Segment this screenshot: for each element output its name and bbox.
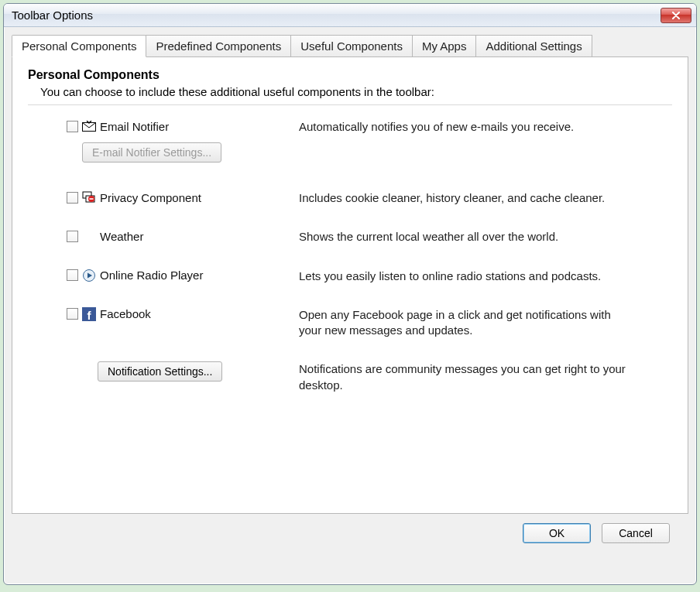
tab-useful-components[interactable]: Useful Components bbox=[290, 35, 413, 56]
panel-title: Personal Components bbox=[28, 68, 672, 82]
row-weather: Weather Shows the current local weather … bbox=[67, 229, 664, 245]
label-email-notifier: Email Notifier bbox=[100, 120, 169, 133]
checkbox-online-radio[interactable] bbox=[67, 269, 78, 281]
tab-personal-components[interactable]: Personal Components bbox=[12, 35, 146, 57]
window-title: Toolbar Options bbox=[12, 9, 93, 22]
envelope-icon bbox=[81, 119, 97, 133]
checkbox-email-notifier[interactable] bbox=[67, 121, 78, 132]
ok-button[interactable]: OK bbox=[523, 523, 591, 543]
row-notification-settings: Notification Settings... Notifications a… bbox=[67, 361, 664, 393]
tab-predefined-components[interactable]: Predefined Components bbox=[146, 35, 291, 56]
row-privacy-component: Privacy Component Includes cookie cleane… bbox=[67, 190, 664, 206]
desc-notifications: Notifications are community messages you… bbox=[299, 361, 632, 393]
tab-my-apps[interactable]: My Apps bbox=[412, 35, 477, 56]
tab-panel-personal: Personal Components You can choose to in… bbox=[12, 57, 688, 514]
checkbox-weather[interactable] bbox=[67, 231, 78, 242]
tab-strip: Personal Components Predefined Component… bbox=[12, 35, 688, 57]
separator bbox=[28, 104, 672, 105]
label-privacy-component: Privacy Component bbox=[100, 191, 201, 204]
close-button[interactable] bbox=[661, 8, 691, 23]
client-area: Personal Components Predefined Component… bbox=[4, 27, 696, 551]
row-email-notifier: Email Notifier E-mail Notifier Settings.… bbox=[67, 119, 664, 163]
email-notifier-settings-button[interactable]: E-mail Notifier Settings... bbox=[82, 142, 221, 163]
row-online-radio: Online Radio Player Lets you easily list… bbox=[67, 269, 664, 284]
cancel-button[interactable]: Cancel bbox=[602, 523, 670, 543]
desc-weather: Shows the current local weather all over… bbox=[299, 229, 632, 245]
dialog-window: Toolbar Options Personal Components Pred… bbox=[3, 3, 697, 585]
label-weather: Weather bbox=[100, 230, 143, 243]
privacy-icon bbox=[81, 190, 97, 204]
desc-online-radio: Lets you easily listen to online radio s… bbox=[299, 269, 632, 284]
desc-privacy-component: Includes cookie cleaner, history cleaner… bbox=[299, 190, 632, 206]
desc-facebook: Open any Facebook page in a click and ge… bbox=[299, 307, 632, 339]
play-circle-icon bbox=[81, 269, 97, 282]
desc-email-notifier: Automatically notifies you of new e-mail… bbox=[299, 119, 632, 135]
notification-settings-button[interactable]: Notification Settings... bbox=[98, 361, 222, 382]
row-facebook: f Facebook Open any Facebook page in a c… bbox=[67, 307, 664, 339]
facebook-icon: f bbox=[81, 307, 97, 321]
tab-additional-settings[interactable]: Additional Settings bbox=[475, 35, 592, 56]
weather-icon bbox=[81, 229, 97, 243]
checkbox-privacy-component[interactable] bbox=[67, 192, 78, 204]
label-online-radio: Online Radio Player bbox=[100, 269, 203, 282]
svg-rect-4 bbox=[90, 198, 94, 200]
dialog-button-row: OK Cancel bbox=[12, 514, 688, 543]
label-facebook: Facebook bbox=[100, 307, 151, 320]
titlebar: Toolbar Options bbox=[4, 4, 696, 27]
checkbox-facebook[interactable] bbox=[67, 308, 78, 320]
component-list: Email Notifier E-mail Notifier Settings.… bbox=[28, 119, 672, 393]
close-icon bbox=[671, 12, 681, 19]
panel-subtitle: You can choose to include these addition… bbox=[40, 85, 672, 98]
